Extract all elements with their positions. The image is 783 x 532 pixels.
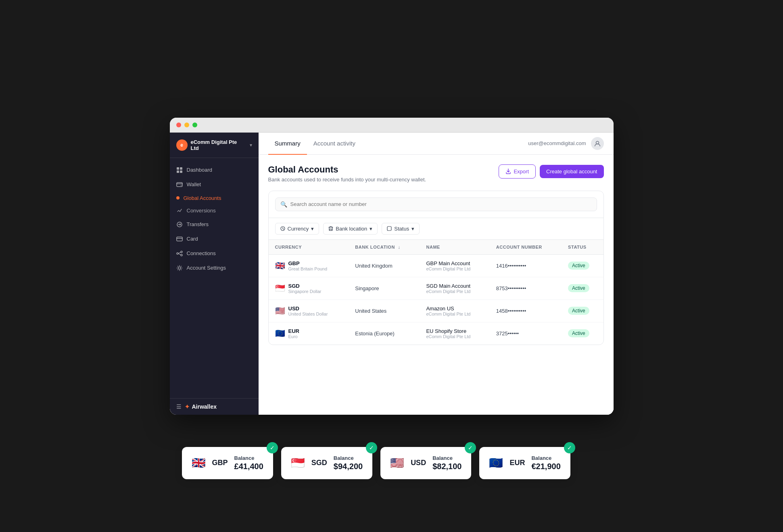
create-global-account-button[interactable]: Create global account [540,165,603,178]
account-number-2: 1458•••••••••• [496,308,526,314]
airwallex-logo: ✦ Airwallex [185,403,217,410]
page-subtitle: Bank accounts used to receive funds into… [268,177,426,183]
table-row[interactable]: 🇸🇬 SGD Singapore Dollar Singapore SGD Ma… [269,277,603,299]
usd-currency: USD [411,459,426,467]
currency-code-3: EUR [288,328,299,334]
airwallex-logo-icon: ✦ [185,403,190,410]
filter-currency-button[interactable]: Currency ▾ [275,223,319,235]
table-header-row: CURRENCY BANK LOCATION ↓ NAME ACCOUNT NU… [269,240,603,255]
account-main-name-0: GBP Main Account [426,260,483,266]
sgd-balance-label: Balance [334,455,363,461]
table-row[interactable]: 🇪🇺 EUR Euro Estonia (Europe) EU Shopify … [269,322,603,345]
cell-status-0: Active [562,254,603,277]
brand-name: eComm Digital Pte Ltd [191,139,246,151]
cell-bank-location-1: Singapore [349,277,420,299]
table-row[interactable]: 🇺🇸 USD United States Dollar United State… [269,299,603,322]
search-icon: 🔍 [280,201,287,208]
sidebar-item-wallet[interactable]: Wallet [170,177,259,192]
cell-name-3: EU Shopify Store eComm Digital Pte Ltd [420,322,489,345]
usd-flag: 🇺🇸 [390,456,404,470]
topbar: Summary Account activity user@ecommdigit… [259,133,614,155]
conversions-icon [176,208,183,214]
export-button-label: Export [514,168,529,175]
usd-balance-label: Balance [432,455,461,461]
search-input-wrap: 🔍 [275,197,597,211]
cell-bank-location-3: Estonia (Europe) [349,322,420,345]
col-bank-location: BANK LOCATION ↓ [349,240,420,255]
cell-status-1: Active [562,277,603,299]
transfers-icon [176,221,183,228]
currency-code-1: SGD [288,283,322,289]
building-icon [328,226,333,231]
table-row[interactable]: 🇬🇧 GBP Great Britain Pound United Kingdo… [269,254,603,277]
eur-balance-label: Balance [531,455,560,461]
wallet-icon [176,181,183,188]
sidebar-item-card[interactable]: Card [170,232,259,246]
balance-card-gbp: ✓ 🇬🇧 GBP Balance £41,400 [182,447,273,479]
account-number-3: 3725•••••• [496,330,519,337]
sgd-balance-content: Balance $94,200 [334,455,363,471]
export-icon [505,168,511,174]
balance-card-sgd: ✓ 🇸🇬 SGD Balance $94,200 [281,447,372,479]
sidebar-item-transfers[interactable]: Transfers [170,217,259,232]
tab-account-activity[interactable]: Account activity [307,133,362,155]
svg-rect-2 [177,170,179,173]
filter-bank-location-button[interactable]: Bank location ▾ [323,223,378,235]
check-badge-eur: ✓ [564,442,575,453]
svg-rect-7 [177,237,182,241]
sidebar-item-global-accounts[interactable]: Global Accounts [170,192,259,204]
currency-name-1: Singapore Dollar [288,289,322,294]
sidebar-item-global-accounts-label: Global Accounts [184,195,221,201]
cell-status-3: Active [562,322,603,345]
sidebar-item-dashboard-label: Dashboard [187,167,213,173]
currency-chevron-icon: ▾ [311,226,314,232]
sidebar-item-account-settings[interactable]: Account Settings [170,261,259,275]
cell-name-2: Amazon US eComm Digital Pte Ltd [420,299,489,322]
gbp-balance-label: Balance [234,455,263,461]
currency-name-3: Euro [288,334,299,339]
account-number-1: 8753•••••••••• [496,285,526,291]
tabs: Summary Account activity [268,133,362,154]
browser-maximize-dot[interactable] [192,123,197,127]
svg-point-10 [181,254,182,256]
topbar-right: user@ecommdigital.com [528,137,603,150]
sidebar-item-card-label: Card [187,236,198,242]
browser-close-dot[interactable] [176,123,181,127]
status-chevron-icon: ▾ [411,226,414,232]
account-sub-name-3: eComm Digital Pte Ltd [426,334,483,339]
sidebar-item-connections[interactable]: Connections [170,246,259,261]
gbp-flag: 🇬🇧 [192,456,206,470]
sort-icon: ↓ [398,245,401,249]
cell-account-number-2: 1458•••••••••• [490,299,562,322]
status-badge-2: Active [568,307,589,315]
filter-bank-location-label: Bank location [336,226,367,232]
filter-status-label: Status [394,226,409,232]
svg-rect-4 [177,183,182,187]
active-dot-icon [176,196,180,200]
cell-bank-location-0: United Kingdom [349,254,420,277]
hamburger-icon[interactable]: ☰ [176,403,182,410]
sidebar-item-conversions[interactable]: Conversions [170,204,259,217]
check-badge-sgd: ✓ [366,442,377,453]
search-input[interactable] [290,201,592,207]
tab-summary[interactable]: Summary [268,133,307,155]
export-button[interactable]: Export [499,164,536,179]
sidebar-brand[interactable]: e eComm Digital Pte Ltd ▾ [170,133,259,158]
sidebar-navigation: Dashboard Wallet Glo [170,158,259,398]
sidebar-item-dashboard[interactable]: Dashboard [170,163,259,177]
account-main-name-1: SGD Main Account [426,283,483,289]
user-avatar-button[interactable] [591,137,604,150]
main-content: Summary Account activity user@ecommdigit… [259,133,614,415]
filter-status-button[interactable]: Status ▾ [382,223,420,235]
sidebar-item-connections-label: Connections [187,250,216,256]
flag-0: 🇬🇧 [275,262,285,270]
cell-currency-0: 🇬🇧 GBP Great Britain Pound [269,254,349,277]
cell-account-number-3: 3725•••••• [490,322,562,345]
status-badge-3: Active [568,329,589,337]
account-main-name-2: Amazon US [426,305,483,312]
dashboard-icon [176,167,183,173]
browser-minimize-dot[interactable] [184,123,189,127]
brand-icon: e [176,139,188,151]
cell-currency-2: 🇺🇸 USD United States Dollar [269,299,349,322]
cell-name-1: SGD Main Account eComm Digital Pte Ltd [420,277,489,299]
